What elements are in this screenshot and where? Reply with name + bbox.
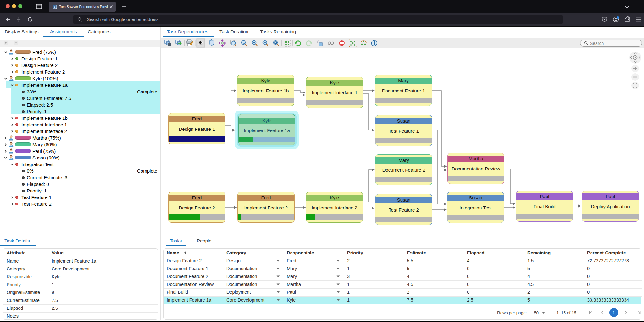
svg-text:1: 1 xyxy=(613,310,615,315)
